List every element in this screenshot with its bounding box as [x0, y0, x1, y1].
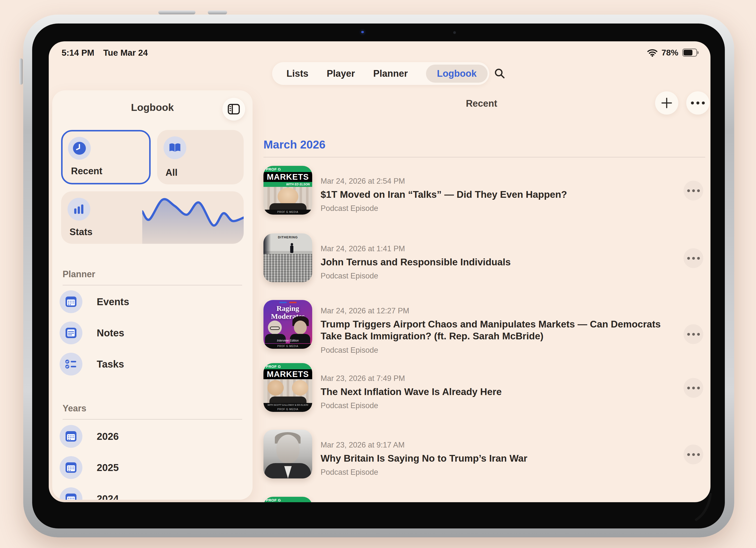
- corner-pen-curve: [694, 493, 719, 522]
- episode-title: Trump Triggers Airport Chaos and Manipul…: [321, 318, 679, 342]
- bar-chart-icon: [73, 204, 85, 214]
- clock-time: 5:14 PM: [62, 48, 94, 58]
- episode-more-button[interactable]: [684, 248, 703, 268]
- battery-fill: [684, 50, 692, 55]
- sidebar-item-events[interactable]: Events: [60, 290, 245, 313]
- filter-label-recent: Recent: [71, 166, 102, 176]
- tab-player[interactable]: Player: [327, 68, 355, 79]
- episode-date: Mar 23, 2026 at 9:17 AM: [321, 441, 527, 450]
- add-button[interactable]: [655, 91, 678, 115]
- episode-row[interactable]: RagingModerates Interview Edition PROF G…: [263, 300, 709, 355]
- artwork-label: PROF G: [263, 166, 312, 172]
- calendar-icon-bubble: [60, 487, 82, 500]
- sidebar-item-label: Notes: [97, 328, 124, 339]
- episode-title: Why Britain Is Saying No to Trump’s Iran…: [321, 453, 527, 464]
- artwork-face: [292, 380, 308, 396]
- sidebar-item-2025[interactable]: 2025: [60, 456, 245, 479]
- calendar-icon: [65, 462, 77, 473]
- episode-row[interactable]: PROF G MARKETS WITH ED ELSON PROF G MEDI…: [263, 166, 709, 214]
- episode-more-button[interactable]: [684, 445, 703, 464]
- artwork-figure: [290, 245, 293, 253]
- episode-text: Mar 24, 2026 at 1:41 PM John Ternus and …: [321, 233, 511, 282]
- app-screen: 5:14 PM Tue Mar 24 78% Lists Player Plan…: [49, 41, 710, 502]
- sidebar-toggle-icon: [228, 104, 240, 115]
- sidebar-item-2026[interactable]: 2026: [60, 425, 245, 448]
- episode-text: Mar 24, 2026 at 12:27 PM Trump Triggers …: [321, 300, 679, 355]
- ellipsis-icon: [691, 101, 705, 104]
- episode-date: Mar 23, 2026 at 7:49 PM: [321, 374, 502, 383]
- episode-row[interactable]: PROF G MARKETS WITH SCOTT GALLOWAY & ED …: [263, 363, 709, 412]
- episode-title: John Ternus and Responsible Individuals: [321, 256, 511, 268]
- calendar-icon: [65, 431, 77, 442]
- artwork-title: MARKETS: [263, 172, 312, 182]
- checklist-icon: [65, 359, 77, 370]
- sidebar-item-label: 2025: [97, 462, 119, 473]
- note-icon-bubble: [60, 322, 82, 344]
- artwork-photo: [263, 187, 312, 210]
- month-header: March 2026: [263, 138, 326, 151]
- artwork-photo: [263, 379, 312, 403]
- episode-row[interactable]: Mar 23, 2026 at 9:17 AM Why Britain Is S…: [263, 430, 709, 478]
- divider: [63, 285, 242, 286]
- episode-title: $1T Moved on Iran “Talks” — Did They Eve…: [321, 188, 567, 200]
- sidebar-toggle-button[interactable]: [222, 98, 245, 120]
- episode-text: Mar 23, 2026 at 9:17 AM Why Britain Is S…: [321, 430, 527, 478]
- artwork-subtitle: WITH SCOTT GALLOWAY & ED ELSON: [263, 403, 312, 407]
- divider: [263, 157, 705, 157]
- episode-more-button[interactable]: [684, 378, 703, 398]
- search-button[interactable]: [494, 65, 505, 82]
- sidebar-item-label: 2024: [97, 493, 119, 500]
- artwork-title: DITHERING: [263, 235, 312, 239]
- artwork-face: [294, 321, 307, 335]
- volume-button: [158, 10, 195, 14]
- episode-date: Mar 24, 2026 at 12:27 PM: [321, 307, 679, 315]
- artwork-subtitle: Interview Edition: [263, 339, 312, 342]
- status-bar-right: 78%: [647, 48, 697, 57]
- episode-artwork-portrait: [263, 430, 312, 478]
- filter-card-recent[interactable]: Recent: [61, 130, 151, 184]
- sidebar-item-notes[interactable]: Notes: [60, 322, 245, 344]
- artwork-footer: PROF G MEDIA: [263, 344, 312, 349]
- stats-card[interactable]: Stats: [61, 191, 244, 244]
- episode-artwork-prof-g-partial: PROF G MARKETS: [263, 497, 312, 502]
- calendar-icon-bubble: [60, 290, 82, 313]
- filter-label-all: All: [165, 167, 178, 178]
- sidebar-item-label: Tasks: [97, 359, 124, 370]
- filter-card-all[interactable]: All: [157, 130, 244, 184]
- camera-glint: [361, 31, 364, 33]
- tab-lists[interactable]: Lists: [286, 68, 308, 79]
- stats-label: Stats: [70, 227, 93, 237]
- top-button: [208, 10, 227, 14]
- episode-artwork-raging-moderates: RagingModerates Interview Edition PROF G…: [263, 300, 312, 349]
- artwork-footer: PROF G MEDIA: [263, 210, 312, 214]
- sidebar-item-label: 2026: [97, 431, 119, 442]
- artwork-label: PROF G: [263, 497, 312, 502]
- episode-row-partial[interactable]: PROF G MARKETS: [263, 497, 709, 502]
- tab-planner[interactable]: Planner: [373, 68, 408, 79]
- episode-date: Mar 24, 2026 at 1:41 PM: [321, 244, 511, 253]
- clock-icon-bubble: [68, 137, 91, 160]
- episode-row[interactable]: DITHERING Mar 24, 2026 at 1:41 PM John T…: [263, 233, 709, 282]
- episode-more-button[interactable]: [684, 324, 703, 344]
- episode-date: Mar 24, 2026 at 2:54 PM: [321, 177, 567, 186]
- light-sensor: [453, 31, 456, 34]
- sidebar-filter-cards: Recent All: [61, 130, 244, 184]
- episode-type: Podcast Episode: [321, 204, 567, 213]
- sidebar-item-tasks[interactable]: Tasks: [60, 353, 245, 376]
- episode-title: The Next Inflation Wave Is Already Here: [321, 386, 502, 398]
- sidebar-item-2024[interactable]: 2024: [60, 487, 245, 500]
- top-tab-bar: Lists Player Planner Logbook: [272, 62, 489, 85]
- episode-artwork-prof-g-markets: PROF G MARKETS WITH ED ELSON PROF G MEDI…: [263, 166, 312, 214]
- calendar-icon-bubble: [60, 456, 82, 479]
- sidebar-item-label: Events: [97, 296, 129, 308]
- artwork-label: PROF G: [263, 363, 312, 369]
- artwork-face: [276, 435, 300, 463]
- tab-logbook[interactable]: Logbook: [426, 65, 487, 83]
- clock-date: Tue Mar 24: [103, 48, 148, 58]
- episode-more-button[interactable]: [684, 181, 703, 200]
- artwork-face: [267, 380, 284, 396]
- artwork-cityscape: [263, 254, 312, 282]
- artwork-body: [269, 397, 307, 403]
- book-icon-bubble: [164, 136, 186, 159]
- more-options-button[interactable]: [686, 91, 709, 115]
